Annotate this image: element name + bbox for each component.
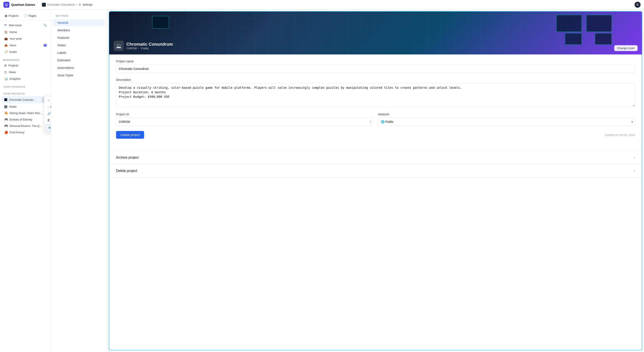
settings-nav-issue-types[interactable]: Issue Types <box>53 72 105 79</box>
user-avatar[interactable]: D <box>634 2 640 8</box>
settings-form: Project name Description Develop a visua… <box>109 54 642 151</box>
cover-laptop-icon: 💻 <box>116 43 122 49</box>
breadcrumb-current: Settings <box>82 3 92 6</box>
projects-section-title: YOUR PROJECTS <box>0 91 51 96</box>
delete-label: Delete project <box>116 169 137 173</box>
sidebar-item-echoes[interactable]: 🎮 Echoes of Eternity <box>1 116 50 122</box>
network-select-wrapper: 🌐 Public Private Secret ▾ <box>378 118 635 126</box>
settings-nav-features[interactable]: Features <box>53 34 105 41</box>
network-col: Network 🌐 Public Private Secret ▾ <box>378 113 635 126</box>
settings-nav-general[interactable]: General <box>53 19 105 26</box>
views-icon: ◫ <box>4 71 7 74</box>
update-project-button[interactable]: Update project <box>116 131 144 139</box>
breadcrumb-project[interactable]: Chromatic Conundrum <box>47 3 75 6</box>
file-icon: 📄 <box>24 14 27 17</box>
sidebar-item-chromatic-conundrum[interactable]: Chromatic Conundr... ••• ☆ Add to favori… <box>1 96 50 103</box>
inbox-badge: 1 <box>44 44 47 47</box>
grid-icon: ▦ <box>5 14 7 17</box>
settings-icon: ⚙ <box>48 126 51 129</box>
settings-container: SETTINGS General Members Features States… <box>52 10 644 352</box>
form-actions: Update project Created on Oct 03, 2024 <box>116 131 635 139</box>
project-name-label: Project name <box>116 60 635 63</box>
context-menu-publish[interactable]: ↑ Publish <box>44 104 52 110</box>
project-emoji-echoes: 🎮 <box>4 118 8 121</box>
settings-nav-labels[interactable]: Labels <box>53 49 105 56</box>
project-emoji-daring: 🔥 <box>4 111 8 115</box>
screen-deco-5 <box>595 33 612 45</box>
id-network-row: Project ID ℹ Network 🌐 Public <box>116 113 635 126</box>
logo-icon: Q <box>4 2 10 8</box>
sidebar-item-analytics[interactable]: 📊 Analytics <box>1 76 50 82</box>
settings-nav-members[interactable]: Members <box>53 27 105 34</box>
breadcrumb-separator: › <box>76 3 77 6</box>
archive-chevron-icon: › <box>634 155 635 160</box>
project-emoji-fruit: 🍎 <box>4 130 8 134</box>
sidebar-item-new-issue[interactable]: ✏ New issue 🔍 <box>1 22 50 29</box>
screen-deco-3 <box>586 15 612 32</box>
tab-projects[interactable]: ▦ Projects <box>2 13 21 19</box>
main-content: SETTINGS General Members Features States… <box>52 10 644 352</box>
favorites-section-title: YOUR FAVORITES <box>0 84 51 89</box>
sidebar-item-views[interactable]: ◫ Views <box>1 69 50 75</box>
sidebar-item-home[interactable]: 🏠 Home <box>1 29 50 35</box>
info-icon: ℹ <box>370 120 371 123</box>
settings-nav-automations[interactable]: Automations <box>53 64 105 71</box>
project-emoji-ethereal: 🎮 <box>4 124 8 127</box>
settings-gear-icon: ⚙ <box>78 3 81 6</box>
settings-nav-states[interactable]: States <box>53 42 105 49</box>
sidebar-item-drafts[interactable]: 📝 Drafts <box>1 49 50 55</box>
context-menu-settings[interactable]: ⚙ Settings <box>45 124 52 131</box>
archive-icon: 🗄 <box>47 119 50 122</box>
context-menu-archives[interactable]: 🗄 Archives <box>44 117 52 124</box>
workspace-section-title: WORKSPACE <box>0 57 51 62</box>
sidebar-tabs: ▦ Projects 📄 Pages <box>0 11 51 21</box>
sidebar-item-your-work[interactable]: 💼 Your work <box>1 36 50 42</box>
description-textarea[interactable]: Develop a visually striking, color-based… <box>116 83 635 107</box>
project-name-group: Project name <box>116 60 635 73</box>
sidebar-item-fruit-frenzy[interactable]: 🍎 Fruit Frenzy <box>1 129 50 135</box>
topbar: Q Quantum Games Chromatic Conundrum › ⚙ … <box>0 0 644 10</box>
delete-project-item[interactable]: Delete project › <box>109 164 642 178</box>
upload-icon: ↑ <box>47 105 49 109</box>
archive-label: Archive project <box>116 156 139 159</box>
analytics-icon: 📊 <box>4 77 8 80</box>
cover-image: 💻 Chromatic Conundrum CHROM • Public Cha… <box>109 12 642 54</box>
workspace-logo[interactable]: Q Quantum Games <box>4 2 35 8</box>
sidebar-item-projects[interactable]: ⊞ Projects <box>1 62 50 69</box>
created-date-text: Created on Oct 03, 2024 <box>604 133 635 136</box>
sidebar-item-daring-dylan[interactable]: 🔥 Daring Dylan: Retro Res... <box>1 110 50 116</box>
home-icon: 🏠 <box>4 31 8 34</box>
network-select[interactable]: 🌐 Public Private Secret <box>378 118 635 126</box>
project-name-echoes: Echoes of Eternity <box>10 118 47 121</box>
search-icon[interactable]: 🔍 <box>44 24 47 27</box>
context-menu-copy-link[interactable]: 🔗 Copy link <box>44 110 52 117</box>
archive-project-item[interactable]: Archive project › <box>109 151 642 164</box>
danger-section: Archive project › Delete project › <box>109 151 642 178</box>
project-name-input[interactable] <box>116 65 635 73</box>
new-issue-icon: ✏ <box>4 23 7 27</box>
breadcrumb-project-icon <box>42 3 46 7</box>
workspace-name: Quantum Games <box>11 3 35 7</box>
project-dot-chromatic <box>4 98 7 101</box>
settings-nav-estimates[interactable]: Estimates <box>53 57 105 64</box>
project-id-input[interactable] <box>116 118 373 126</box>
sidebar-item-intake[interactable]: Intake <box>1 104 50 110</box>
description-label: Description <box>116 78 635 81</box>
sidebar-item-ethereal[interactable]: 🎮 Ethereal Realms: The Q... <box>1 123 50 129</box>
link-icon: 🔗 <box>47 112 51 115</box>
cover-project-title: Chromatic Conundrum CHROM • Public <box>126 42 173 50</box>
description-group: Description Develop a visually striking,… <box>116 78 635 107</box>
context-menu: ☆ Add to favorites ↑ Publish 🔗 Copy link… <box>44 96 52 133</box>
sidebar: ▦ Projects 📄 Pages ✏ New issue 🔍 🏠 Home … <box>0 10 52 352</box>
project-id-input-wrapper: ℹ <box>116 118 373 126</box>
sidebar-item-inbox[interactable]: 📥 Inbox 1 <box>1 42 50 49</box>
tab-pages[interactable]: 📄 Pages <box>22 13 38 19</box>
briefcase-icon: 💼 <box>4 37 8 40</box>
project-name-chromatic: Chromatic Conundr... <box>9 98 40 101</box>
project-name-daring: Daring Dylan: Retro Res... <box>10 111 47 115</box>
change-cover-button[interactable]: Change cover <box>614 45 638 51</box>
delete-chevron-icon: › <box>634 168 635 173</box>
context-menu-add-favorites[interactable]: ☆ Add to favorites <box>44 97 52 104</box>
settings-sidebar: SETTINGS General Members Features States… <box>52 10 107 352</box>
meta-dot: • <box>138 47 140 50</box>
